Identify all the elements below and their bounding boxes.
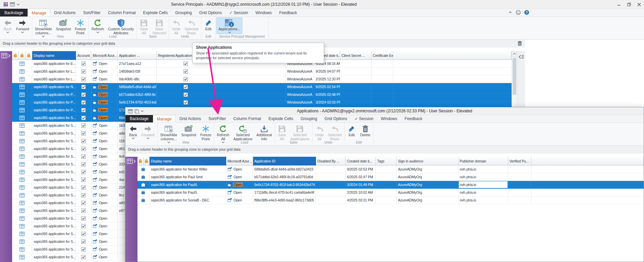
cell-application-id[interactable]: b571ddbd-62b2-485f-8c18-a03791d0d bbox=[253, 173, 316, 181]
cell-display-name[interactable]: sapio365 application for S... bbox=[32, 114, 76, 122]
save-all-button[interactable]: SaveAll bbox=[137, 17, 150, 36]
cell-azure-portal-link[interactable]: Open bbox=[226, 181, 253, 189]
cell-display-name[interactable]: sapio365 application for E... bbox=[32, 60, 76, 68]
cell-azure-portal-link[interactable]: Open bbox=[91, 176, 118, 184]
edit-button[interactable]: Edit bbox=[202, 17, 215, 32]
cell-registered-application[interactable] bbox=[157, 75, 215, 83]
cell-account-enabled[interactable] bbox=[76, 230, 91, 238]
cell-azure-portal-link[interactable]: Open bbox=[91, 75, 118, 83]
cell-client-secret[interactable] bbox=[340, 99, 371, 106]
cell-disabled-by[interactable] bbox=[316, 181, 346, 189]
cell-tags[interactable]: WindowsAzureA bbox=[286, 91, 314, 99]
cell-filler[interactable] bbox=[393, 91, 512, 99]
cell-account-enabled[interactable] bbox=[76, 222, 91, 230]
cell-account-enabled[interactable] bbox=[76, 99, 91, 106]
cell-azure-portal-link[interactable]: Open bbox=[91, 191, 118, 199]
grid-row[interactable]: sapio365 application for SoniaB - DECOpe… bbox=[137, 196, 644, 204]
cell-certificate-expiry[interactable] bbox=[371, 60, 393, 68]
cell-azure-portal-link[interactable]: Open bbox=[91, 215, 118, 222]
cell-verified-publisher[interactable] bbox=[508, 165, 532, 173]
checkbox-checked[interactable] bbox=[81, 201, 86, 205]
cell-account-enabled[interactable] bbox=[76, 129, 91, 137]
column-header-display-name[interactable]: Display name bbox=[32, 51, 76, 60]
tab-grouping[interactable]: Grouping bbox=[297, 115, 321, 122]
column-header-created-date-ti[interactable]: Created date ti... bbox=[346, 157, 376, 165]
open-link-label[interactable]: Open bbox=[98, 216, 108, 220]
cell-display-name[interactable]: sapio365 application for S... bbox=[32, 176, 76, 184]
cell-created-date[interactable]: 2/2025 10:02 AM bbox=[346, 189, 376, 196]
row-header-cell[interactable] bbox=[12, 153, 32, 160]
column-header-account[interactable]: Account ... bbox=[76, 51, 91, 60]
selected-rows-button[interactable]: SelectedRows bbox=[183, 17, 200, 36]
cell-azure-portal-link[interactable]: Open bbox=[91, 199, 118, 207]
cell-account-enabled[interactable] bbox=[76, 83, 91, 91]
cell-certificate-expiry[interactable] bbox=[371, 68, 393, 75]
cell-filler[interactable] bbox=[393, 75, 512, 83]
cell-account-enabled[interactable] bbox=[76, 160, 91, 168]
cell-display-name[interactable]: sapio365 application for S... bbox=[32, 230, 76, 238]
cell-publisher-domain[interactable]: ovh.ytria.io bbox=[458, 196, 508, 204]
open-link-label[interactable]: Open bbox=[98, 209, 108, 213]
cell-display-name[interactable]: sapio365 application for S... bbox=[32, 168, 76, 176]
cell-display-name[interactable]: sapio365 application for S... bbox=[32, 122, 76, 129]
cell-tags[interactable] bbox=[376, 173, 397, 181]
cell-certificate-expiry[interactable] bbox=[371, 83, 393, 91]
cell-display-name[interactable]: sapio365 application for S... bbox=[32, 145, 76, 153]
cell-display-name[interactable]: sapio365 application for Paul Smit bbox=[150, 173, 226, 181]
cell-blank[interactable] bbox=[215, 99, 286, 106]
open-link-label[interactable]: Open bbox=[233, 183, 243, 187]
open-link-label[interactable]: Open bbox=[98, 255, 108, 259]
row-header-cell[interactable] bbox=[12, 68, 32, 75]
cell-account-enabled[interactable] bbox=[76, 191, 91, 199]
checkbox-checked[interactable] bbox=[81, 85, 86, 89]
cell-created-date[interactable]: 9/2025 04:07 PM bbox=[314, 68, 340, 75]
open-link-label[interactable]: Open bbox=[98, 201, 108, 205]
cell-publisher-domain[interactable]: ovh.ytria.io bbox=[458, 189, 508, 196]
cell-filler[interactable] bbox=[531, 196, 644, 204]
cell-account-enabled[interactable] bbox=[76, 60, 91, 68]
edit-button[interactable]: Edit bbox=[345, 123, 358, 138]
cell-created-date[interactable]: 3/2024 02:03 PM bbox=[314, 99, 340, 106]
cell-verified-publisher[interactable] bbox=[508, 181, 532, 189]
cell-azure-portal-link[interactable]: Open bbox=[91, 106, 118, 114]
checkbox-checked[interactable] bbox=[81, 147, 86, 151]
checkbox-checked[interactable] bbox=[81, 131, 86, 136]
cell-application-id[interactable]: b571ddbd-62b2-485f-8c18-a03791d0d bbox=[118, 91, 157, 99]
refresh-button[interactable]: Refresh bbox=[89, 17, 106, 34]
cell-publisher-domain[interactable]: ovh.ytria.io bbox=[458, 173, 508, 181]
open-link-label[interactable]: Open bbox=[98, 92, 108, 97]
tab-grid-actions[interactable]: Grid Actions bbox=[175, 115, 205, 122]
cell-azure-portal-link[interactable]: Open bbox=[91, 168, 118, 176]
cell-account-enabled[interactable] bbox=[76, 184, 91, 191]
checkbox-checked[interactable] bbox=[81, 232, 86, 236]
cell-azure-portal-link[interactable]: Open bbox=[91, 207, 118, 215]
clear-grouping-icon[interactable] bbox=[517, 41, 522, 46]
grid-row[interactable]: sapio365 application for L...Open0dc40bf… bbox=[12, 75, 512, 83]
open-link-label[interactable]: Open bbox=[98, 116, 108, 120]
row-header-cell[interactable] bbox=[12, 137, 32, 145]
snapshot-button[interactable]: Snapshot bbox=[54, 17, 73, 32]
row-header-cell[interactable] bbox=[12, 99, 32, 106]
cell-account-enabled[interactable] bbox=[76, 114, 91, 122]
cell-azure-portal-link[interactable]: Open bbox=[91, 160, 118, 168]
cell-filler[interactable] bbox=[393, 68, 512, 75]
cell-application-id[interactable]: 5e0c1734-9702-451f-bdc3-953442b474 bbox=[253, 181, 316, 189]
cell-azure-portal-link[interactable]: Open bbox=[91, 129, 118, 137]
row-header-cell[interactable] bbox=[12, 122, 32, 129]
row-header-cell[interactable] bbox=[12, 168, 32, 176]
cell-application-id[interactable]: 1711bf8c-8ecd-47f3-bc41-ca4a6ba4e9f bbox=[253, 189, 316, 196]
cell-certificate-expiry[interactable] bbox=[371, 91, 393, 99]
cell-account-enabled[interactable] bbox=[76, 238, 91, 246]
tab-windows[interactable]: Windows bbox=[377, 115, 401, 122]
open-link-label[interactable]: Open bbox=[98, 62, 108, 66]
open-link-label[interactable]: Open bbox=[98, 154, 108, 158]
help-icon[interactable]: ? bbox=[524, 10, 529, 15]
row-header-cell[interactable] bbox=[12, 83, 32, 91]
cell-display-name[interactable]: sapio365 application for S... bbox=[32, 199, 76, 207]
tab-column-format[interactable]: Column Format bbox=[230, 115, 265, 122]
open-link-label[interactable]: Open bbox=[98, 239, 108, 244]
freeze-point-button[interactable]: FreezePoint bbox=[73, 17, 88, 36]
row-header-cell[interactable] bbox=[137, 181, 150, 189]
row-header-cell[interactable] bbox=[12, 106, 32, 114]
cell-application-id[interactable]: f98e38fb-e4e3-4d90-baa2-860c173d05 bbox=[253, 196, 316, 204]
